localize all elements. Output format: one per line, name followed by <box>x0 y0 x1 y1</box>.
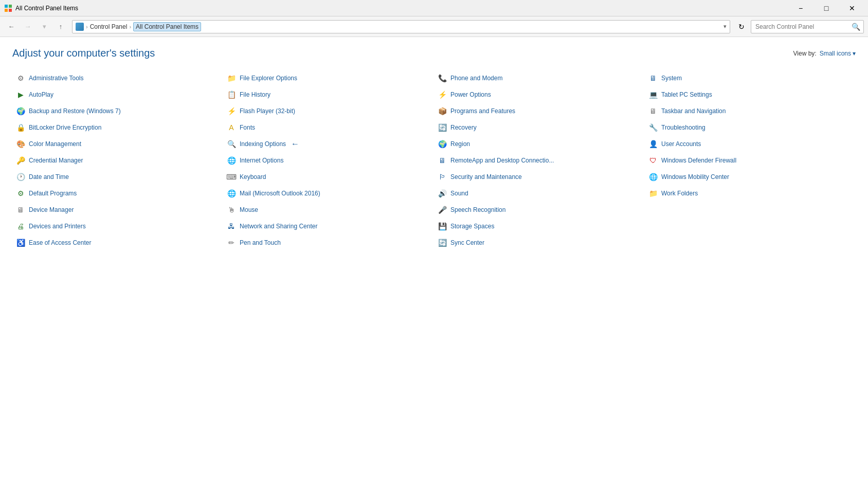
close-button[interactable]: ✕ <box>840 0 864 16</box>
forward-button[interactable]: → <box>21 20 35 34</box>
cp-item-pen-and-touch[interactable]: ✏Pen and Touch <box>223 236 434 249</box>
item-label: Phone and Modem <box>450 75 502 82</box>
cp-item-windows-mobility-center[interactable]: 🌐Windows Mobility Center <box>645 170 856 184</box>
cp-item-system[interactable]: 🖥System <box>645 71 856 85</box>
item-label: Indexing Options <box>240 140 286 148</box>
item-label: Internet Options <box>240 157 283 164</box>
cp-item-speech-recognition[interactable]: 🎤Speech Recognition <box>434 203 645 217</box>
cp-item-mouse[interactable]: 🖱Mouse <box>223 203 434 217</box>
item-label: AutoPlay <box>29 91 53 98</box>
cp-item-internet-options[interactable]: 🌐Internet Options <box>223 154 434 167</box>
item-icon: 📁 <box>226 73 237 83</box>
cp-item-windows-defender-firewall[interactable]: 🛡Windows Defender Firewall <box>645 154 856 167</box>
cp-item-bitlocker-drive-encryption[interactable]: 🔒BitLocker Drive Encryption <box>12 121 223 134</box>
refresh-button[interactable]: ↻ <box>734 20 749 34</box>
view-by-dropdown[interactable]: Small icons ▾ <box>820 50 856 57</box>
item-icon: 📞 <box>437 73 447 83</box>
search-bar[interactable]: 🔍 <box>751 20 864 33</box>
cp-item-taskbar-and-navigation[interactable]: 🖥Taskbar and Navigation <box>645 104 856 118</box>
item-label: System <box>661 75 682 82</box>
item-icon: 🌍 <box>15 106 26 116</box>
item-icon: 🔍 <box>226 139 237 149</box>
up-button[interactable]: ↑ <box>53 20 68 34</box>
item-icon: 🖥 <box>15 205 26 215</box>
cp-item-mail-microsoft-outlook-2016[interactable]: 🌐Mail (Microsoft Outlook 2016) <box>223 187 434 200</box>
cp-item-administrative-tools[interactable]: ⚙Administrative Tools <box>12 71 223 85</box>
item-label: Administrative Tools <box>29 75 84 82</box>
cp-item-phone-and-modem[interactable]: 📞Phone and Modem <box>434 71 645 85</box>
item-icon: ▶ <box>15 89 26 100</box>
address-icon <box>76 23 84 31</box>
cp-item-region[interactable]: 🌍Region <box>434 137 645 151</box>
item-label: Fonts <box>240 124 255 131</box>
cp-item-work-folders[interactable]: 📁Work Folders <box>645 187 856 200</box>
cp-item-color-management[interactable]: 🎨Color Management <box>12 137 223 151</box>
cp-item-devices-and-printers[interactable]: 🖨Devices and Printers <box>12 220 223 233</box>
page-header: Adjust your computer's settings View by:… <box>12 47 856 59</box>
cp-item-default-programs[interactable]: ⚙Default Programs <box>12 187 223 200</box>
item-icon: ✏ <box>226 238 237 248</box>
cp-item-recovery[interactable]: 🔄Recovery <box>434 121 645 134</box>
item-label: Power Options <box>450 91 491 98</box>
cp-item-tablet-pc-settings[interactable]: 💻Tablet PC Settings <box>645 88 856 101</box>
item-label: Windows Mobility Center <box>661 173 729 181</box>
item-icon: 🛡 <box>648 155 658 166</box>
item-label: Troubleshooting <box>661 124 706 131</box>
item-label: Recovery <box>450 124 477 131</box>
item-label: User Accounts <box>661 140 701 148</box>
cp-item-power-options[interactable]: ⚡Power Options <box>434 88 645 101</box>
item-icon: 🔊 <box>437 188 447 199</box>
cp-item-user-accounts[interactable]: 👤User Accounts <box>645 137 856 151</box>
cp-item-flash-player-32-bit[interactable]: ⚡Flash Player (32-bit) <box>223 104 434 118</box>
cp-item-file-explorer-options[interactable]: 📁File Explorer Options <box>223 71 434 85</box>
minimize-button[interactable]: − <box>789 0 812 16</box>
item-label: Date and Time <box>29 173 69 181</box>
cp-item-programs-and-features[interactable]: 📦Programs and Features <box>434 104 645 118</box>
cp-item-security-and-maintenance[interactable]: 🏳Security and Maintenance <box>434 170 645 184</box>
item-label: Tablet PC Settings <box>661 91 712 98</box>
cp-item-ease-of-access-center[interactable]: ♿Ease of Access Center <box>12 236 223 249</box>
maximize-button[interactable]: □ <box>815 0 838 16</box>
cp-item-storage-spaces[interactable]: 💾Storage Spaces <box>434 220 645 233</box>
cp-item-indexing-options[interactable]: 🔍Indexing Options← <box>223 137 434 151</box>
address-all-items[interactable]: All Control Panel Items <box>133 22 201 31</box>
item-icon: 🖥 <box>437 155 447 166</box>
cp-item-keyboard[interactable]: ⌨Keyboard <box>223 170 434 184</box>
app-icon <box>4 4 12 12</box>
cp-item-credential-manager[interactable]: 🔑Credential Manager <box>12 154 223 167</box>
address-bar[interactable]: › Control Panel › All Control Panel Item… <box>72 20 730 33</box>
cp-item-fonts[interactable]: AFonts <box>223 121 434 134</box>
item-label: Backup and Restore (Windows 7) <box>29 107 121 115</box>
item-icon: 🖨 <box>15 221 26 231</box>
item-icon: 🔧 <box>648 122 658 133</box>
cp-item-sync-center[interactable]: 🔄Sync Center <box>434 236 645 249</box>
cp-item-troubleshooting[interactable]: 🔧Troubleshooting <box>645 121 856 134</box>
cp-item-device-manager[interactable]: 🖥Device Manager <box>12 203 223 217</box>
search-button[interactable]: 🔍 <box>850 21 861 32</box>
item-label: File History <box>240 91 270 98</box>
dropdown-button[interactable]: ▾ <box>37 20 51 34</box>
item-label: Region <box>450 140 470 148</box>
cp-item-autoplay[interactable]: ▶AutoPlay <box>12 88 223 101</box>
cp-item-sound[interactable]: 🔊Sound <box>434 187 645 200</box>
cp-item-backup-and-restore-windows-7[interactable]: 🌍Backup and Restore (Windows 7) <box>12 104 223 118</box>
item-icon: 💾 <box>437 221 447 231</box>
cp-item-remoteapp-and-desktop-connectio[interactable]: 🖥RemoteApp and Desktop Connectio... <box>434 154 645 167</box>
item-icon: ⚙ <box>15 73 26 83</box>
item-icon: 🕐 <box>15 172 26 182</box>
cp-item-file-history[interactable]: 📋File History <box>223 88 434 101</box>
address-chevron-icon[interactable]: ▾ <box>724 23 727 30</box>
window-controls: − □ ✕ <box>789 0 864 16</box>
search-input[interactable] <box>755 23 850 30</box>
cp-item-network-and-sharing-center[interactable]: 🖧Network and Sharing Center <box>223 220 434 233</box>
arrow-indicator-icon: ← <box>291 139 299 149</box>
item-label: Work Folders <box>661 190 698 197</box>
address-control-panel[interactable]: Control Panel <box>90 23 128 30</box>
item-label: Network and Sharing Center <box>240 223 317 230</box>
back-button[interactable]: ← <box>4 20 19 34</box>
item-icon: ♿ <box>15 238 26 248</box>
item-label: Pen and Touch <box>240 239 281 246</box>
item-label: Color Management <box>29 140 81 148</box>
item-label: Taskbar and Navigation <box>661 107 726 115</box>
cp-item-date-and-time[interactable]: 🕐Date and Time <box>12 170 223 184</box>
